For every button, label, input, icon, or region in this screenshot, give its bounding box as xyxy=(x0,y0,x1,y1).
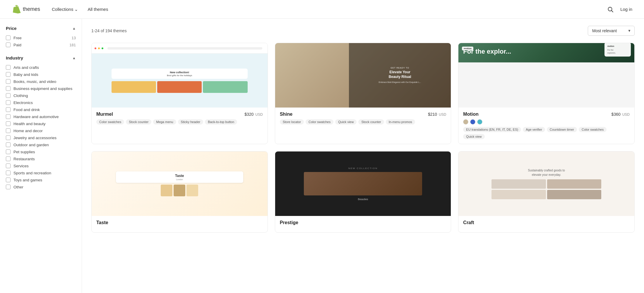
industry-label-13: Restaurants xyxy=(13,157,76,161)
industry-checkbox-9[interactable] xyxy=(6,128,11,133)
industry-checkbox-14[interactable] xyxy=(6,163,11,168)
price-title: Price xyxy=(6,26,17,31)
theme-title-row: Shine $210 USD xyxy=(280,112,446,117)
industry-filter-item-5[interactable]: Electronics xyxy=(6,99,76,106)
industry-filter-item-13[interactable]: Restaurants xyxy=(6,155,76,162)
industry-filter-item-11[interactable]: Outdoor and garden xyxy=(6,141,76,148)
industry-label-3: Business equipment and supplies xyxy=(13,86,76,91)
nav-collections[interactable]: Collections ⌄ xyxy=(52,7,78,12)
industry-label-12: Pet supplies xyxy=(13,150,76,154)
industry-checkbox-16[interactable] xyxy=(6,178,11,182)
industry-filter-item-0[interactable]: Arts and crafts xyxy=(6,64,76,71)
main-layout: Price ▲ Free 13 Paid 181 Industry ▲ Arts… xyxy=(0,19,644,293)
theme-info-motion: Motion $360 USD EU translations (EN, FR,… xyxy=(458,108,634,144)
industry-checkbox-2[interactable] xyxy=(6,79,11,84)
price-free-checkbox[interactable] xyxy=(6,35,11,40)
logo-link[interactable]: themes xyxy=(12,5,40,14)
price-paid-checkbox[interactable] xyxy=(6,42,11,47)
industry-filter-item-10[interactable]: Jewelry and accessories xyxy=(6,134,76,141)
logo-label: themes xyxy=(23,6,40,12)
industry-label-17: Other xyxy=(13,185,76,189)
industry-filter-item-14[interactable]: Services xyxy=(6,162,76,169)
theme-currency: USD xyxy=(439,113,446,117)
price-section-header[interactable]: Price ▲ xyxy=(6,26,76,31)
theme-card-shine[interactable]: Get Ready To Elevate YourBeauty Ritual E… xyxy=(275,43,451,144)
industry-label-6: Food and drink xyxy=(13,108,76,112)
industry-label-0: Arts and crafts xyxy=(13,65,76,70)
industry-checkbox-6[interactable] xyxy=(6,107,11,112)
price-filter-paid[interactable]: Paid 181 xyxy=(6,41,76,48)
industry-items-list: Arts and crafts Baby and kids Books, mus… xyxy=(6,64,76,190)
theme-card-craft[interactable]: Sustainably crafted goods toelevate your… xyxy=(458,151,635,233)
industry-filter-item-8[interactable]: Health and beauty xyxy=(6,120,76,127)
industry-checkbox-13[interactable] xyxy=(6,156,11,161)
theme-card-taste[interactable]: Taste London Taste xyxy=(91,151,268,233)
industry-filter-item-16[interactable]: Toys and games xyxy=(6,176,76,183)
price-filter-section: Price ▲ Free 13 Paid 181 xyxy=(6,26,76,48)
industry-filter-item-6[interactable]: Food and drink xyxy=(6,106,76,113)
industry-filter-item-9[interactable]: Home and decor xyxy=(6,127,76,134)
theme-tag: Age verifier xyxy=(523,127,545,132)
collections-label: Collections xyxy=(52,7,73,12)
industry-checkbox-7[interactable] xyxy=(6,114,11,119)
header: themes Collections ⌄ All themes Log in xyxy=(0,0,644,19)
industry-label-14: Services xyxy=(13,164,76,168)
industry-checkbox-4[interactable] xyxy=(6,93,11,98)
swatch-2[interactable] xyxy=(477,119,482,125)
industry-filter-section: Industry ▲ Arts and crafts Baby and kids… xyxy=(6,55,76,190)
industry-checkbox-1[interactable] xyxy=(6,72,11,77)
theme-preview-craft: Sustainably crafted goods toelevate your… xyxy=(458,151,634,216)
theme-card-prestige[interactable]: New Collection Beauties Prestige xyxy=(275,151,451,233)
industry-filter-item-4[interactable]: Clothing xyxy=(6,92,76,99)
industry-checkbox-15[interactable] xyxy=(6,171,11,175)
main-nav: Collections ⌄ All themes xyxy=(52,7,606,12)
industry-label-2: Books, music, and video xyxy=(13,79,76,84)
theme-tags-murmel: Color swatchesStock counterMega menuStic… xyxy=(96,119,263,125)
industry-filter-item-17[interactable]: Other xyxy=(6,183,76,190)
industry-checkbox-17[interactable] xyxy=(6,185,11,189)
theme-tags-motion: EU translations (EN, FR, IT, DE, ES)Age … xyxy=(463,127,630,139)
theme-card-motion[interactable]: motion For the explor... motion For thee… xyxy=(458,43,635,144)
swatch-0[interactable] xyxy=(463,119,468,125)
nav-all-themes[interactable]: All themes xyxy=(88,7,108,12)
industry-checkbox-12[interactable] xyxy=(6,149,11,154)
industry-checkbox-11[interactable] xyxy=(6,142,11,147)
industry-checkbox-5[interactable] xyxy=(6,100,11,105)
theme-tag: Back-to-top button xyxy=(205,119,237,125)
price-filter-free[interactable]: Free 13 xyxy=(6,34,76,41)
industry-filter-item-7[interactable]: Hardware and automotive xyxy=(6,113,76,120)
all-themes-label: All themes xyxy=(88,7,108,12)
industry-checkbox-8[interactable] xyxy=(6,121,11,126)
industry-filter-item-2[interactable]: Books, music, and video xyxy=(6,78,76,85)
industry-checkbox-10[interactable] xyxy=(6,135,11,140)
theme-card-murmel[interactable]: New collection! Best gifts for the holid… xyxy=(91,43,268,144)
svg-line-1 xyxy=(612,11,613,12)
results-count: 1-24 of 194 themes xyxy=(91,28,127,33)
sort-wrapper: Most relevantNewestPrice: low to highPri… xyxy=(588,26,635,36)
theme-title-row: Craft xyxy=(463,220,630,225)
industry-filter-item-3[interactable]: Business equipment and supplies xyxy=(6,85,76,92)
industry-checkbox-0[interactable] xyxy=(6,65,11,70)
collections-chevron-icon: ⌄ xyxy=(74,7,78,12)
theme-name-shine: Shine xyxy=(280,112,293,117)
search-button[interactable] xyxy=(606,5,614,13)
shopify-logo-icon xyxy=(12,5,21,14)
industry-filter-item-1[interactable]: Baby and kids xyxy=(6,71,76,78)
theme-tag: EU translations (EN, FR, IT, DE, ES) xyxy=(463,127,521,132)
main-content: 1-24 of 194 themes Most relevantNewestPr… xyxy=(82,19,644,293)
industry-checkbox-3[interactable] xyxy=(6,86,11,91)
industry-filter-item-12[interactable]: Pet supplies xyxy=(6,148,76,155)
sidebar: Price ▲ Free 13 Paid 181 Industry ▲ Arts… xyxy=(0,19,82,293)
price-paid-count: 181 xyxy=(69,43,76,47)
swatch-1[interactable] xyxy=(470,119,475,125)
theme-info-murmel: Murmel $320 USD Color swatchesStock coun… xyxy=(92,108,268,129)
industry-section-header[interactable]: Industry ▲ xyxy=(6,55,76,60)
theme-preview-taste: Taste London xyxy=(92,151,268,216)
theme-preview-murmel: New collection! Best gifts for the holid… xyxy=(92,43,268,108)
log-in-link[interactable]: Log in xyxy=(620,7,632,12)
sort-select[interactable]: Most relevantNewestPrice: low to highPri… xyxy=(588,26,635,36)
industry-filter-item-15[interactable]: Sports and recreation xyxy=(6,169,76,176)
theme-name-taste: Taste xyxy=(96,220,108,225)
industry-label-5: Electronics xyxy=(13,100,76,105)
theme-tag: Stock counter xyxy=(358,119,384,125)
